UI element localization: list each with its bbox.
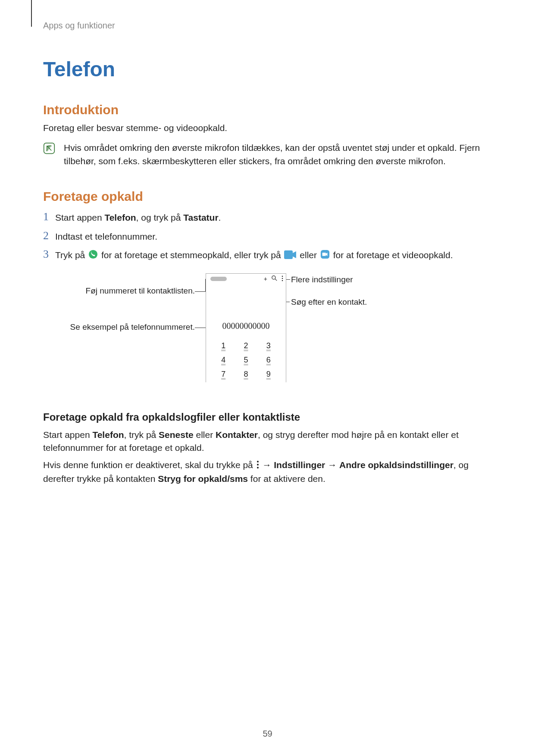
t: Telefon bbox=[92, 430, 124, 440]
key-2: 2 bbox=[235, 341, 257, 350]
t: Kontakter bbox=[216, 430, 258, 440]
heading-intro: Introduktion bbox=[43, 103, 492, 117]
arrow: → bbox=[328, 460, 337, 470]
step-3: 3 Tryk på for at foretage et stemmeopkal… bbox=[43, 248, 492, 262]
step-2: 2 Indtast et telefonnummer. bbox=[43, 230, 492, 244]
phone-diagram: Føj nummeret til kontaktlisten. Se eksem… bbox=[43, 273, 492, 394]
plus-icon: + bbox=[264, 275, 267, 282]
step-2-text: Indtast et telefonnummer. bbox=[55, 230, 157, 244]
svg-point-11 bbox=[257, 464, 259, 465]
t: Stryg for opkald/sms bbox=[158, 474, 248, 484]
label-add-contact: Føj nummeret til kontaktlisten. bbox=[43, 286, 195, 296]
logs-para-1: Start appen Telefon, tryk på Seneste ell… bbox=[43, 428, 492, 455]
t: Seneste bbox=[159, 430, 194, 440]
note-block: Hvis området omkring den øverste mikrofo… bbox=[43, 141, 492, 168]
breadcrumb: Apps og funktioner bbox=[43, 21, 492, 31]
svg-point-5 bbox=[272, 276, 275, 279]
t: Start appen bbox=[43, 430, 92, 440]
search-icon bbox=[272, 275, 277, 282]
key-6: 6 bbox=[257, 356, 280, 365]
page: Apps og funktioner Telefon Introduktion … bbox=[0, 0, 535, 756]
more-icon bbox=[282, 275, 283, 283]
t: . bbox=[219, 212, 221, 222]
key-4: 4 bbox=[212, 356, 235, 365]
svg-point-8 bbox=[282, 278, 283, 279]
tab-pill bbox=[210, 277, 227, 281]
t: , og tryk på bbox=[136, 212, 184, 222]
t: Indstillinger bbox=[274, 460, 325, 470]
more-vert-icon bbox=[257, 459, 259, 472]
t: Telefon bbox=[104, 212, 136, 222]
t: Andre opkaldsindstillinger bbox=[339, 460, 454, 470]
key-7: 7 bbox=[212, 370, 235, 379]
phone-number-display: 00000000000 bbox=[206, 321, 286, 331]
arrow: → bbox=[262, 460, 271, 470]
svg-point-1 bbox=[89, 250, 97, 259]
t: for at foretage et videoopkald. bbox=[333, 250, 453, 260]
t: Tastatur bbox=[183, 212, 218, 222]
step-number: 3 bbox=[43, 248, 55, 261]
page-number: 59 bbox=[0, 729, 535, 739]
phone-frame: + 00000000000 1 2 3 4 5 6 7 8 9 bbox=[206, 273, 286, 382]
steps-list: 1 Start appen Telefon, og tryk på Tastat… bbox=[43, 211, 492, 262]
heading-logs: Foretage opkald fra opkaldslogfiler elle… bbox=[43, 411, 492, 423]
call-icon bbox=[88, 249, 98, 263]
intro-lead: Foretag eller besvar stemme- og videoopk… bbox=[43, 122, 492, 134]
svg-point-10 bbox=[257, 461, 259, 462]
key-5: 5 bbox=[235, 356, 257, 365]
t: Start appen bbox=[55, 212, 104, 222]
t: , tryk på bbox=[124, 430, 159, 440]
label-search-contact: Søg efter en kontakt. bbox=[291, 297, 367, 307]
page-title: Telefon bbox=[43, 57, 492, 81]
video-rect-icon bbox=[284, 249, 296, 263]
t: Hvis denne funktion er deaktiveret, skal… bbox=[43, 460, 256, 470]
svg-rect-2 bbox=[284, 250, 293, 259]
key-9: 9 bbox=[257, 370, 280, 379]
step-1-text: Start appen Telefon, og tryk på Tastatur… bbox=[55, 211, 221, 225]
step-number: 2 bbox=[43, 230, 55, 242]
video-round-icon bbox=[320, 249, 330, 263]
step-1: 1 Start appen Telefon, og tryk på Tastat… bbox=[43, 211, 492, 225]
label-preview-number: Se eksempel på telefonnummeret. bbox=[43, 322, 195, 332]
svg-line-6 bbox=[275, 279, 277, 281]
svg-point-12 bbox=[257, 467, 259, 469]
t: eller bbox=[300, 250, 319, 260]
heading-make-call: Foretage opkald bbox=[43, 189, 492, 204]
step-number: 1 bbox=[43, 211, 55, 223]
logs-para-2: Hvis denne funktion er deaktiveret, skal… bbox=[43, 459, 492, 485]
note-icon bbox=[43, 142, 55, 154]
note-text: Hvis området omkring den øverste mikrofo… bbox=[64, 141, 492, 168]
t: for at foretage et stemmeopkald, eller t… bbox=[101, 250, 284, 260]
svg-point-7 bbox=[282, 275, 283, 277]
svg-rect-4 bbox=[322, 253, 325, 256]
step-3-text: Tryk på for at foretage et stemmeopkald,… bbox=[55, 248, 453, 262]
keypad: 1 2 3 4 5 6 7 8 9 bbox=[206, 341, 286, 382]
label-more-options: Flere indstillinger bbox=[291, 275, 353, 284]
svg-point-9 bbox=[282, 280, 283, 281]
key-1: 1 bbox=[212, 341, 235, 350]
key-3: 3 bbox=[257, 341, 280, 350]
t: for at aktivere den. bbox=[248, 474, 325, 484]
margin-rule bbox=[31, 0, 32, 27]
t: Tryk på bbox=[55, 250, 88, 260]
key-8: 8 bbox=[235, 370, 257, 379]
line bbox=[195, 291, 206, 292]
topbar-icons: + bbox=[264, 275, 283, 283]
t: eller bbox=[194, 430, 216, 440]
